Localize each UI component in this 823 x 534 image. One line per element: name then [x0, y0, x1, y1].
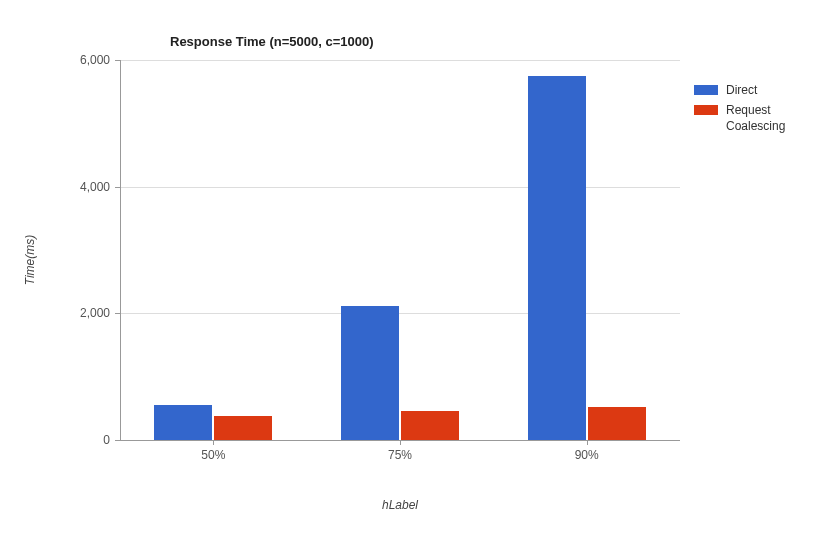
y-tick-label: 2,000: [80, 306, 110, 320]
y-tick-label: 6,000: [80, 53, 110, 67]
grid-line: [120, 313, 680, 314]
y-axis-label: Time(ms): [23, 235, 37, 286]
grid-line: [120, 187, 680, 188]
plot-area: 02,0004,0006,00050%75%90%: [120, 60, 680, 440]
x-tick-mark: [587, 440, 588, 445]
bar-coalescing: [401, 411, 459, 440]
legend-item-coalescing: Request Coalescing: [694, 102, 814, 134]
legend-item-direct: Direct: [694, 82, 814, 98]
bar-coalescing: [214, 416, 272, 440]
bar-coalescing: [588, 407, 646, 440]
x-tick-label: 90%: [575, 448, 599, 462]
bar-direct: [528, 76, 586, 440]
legend-swatch-direct: [694, 85, 718, 95]
bar-direct: [341, 306, 399, 440]
x-tick-mark: [213, 440, 214, 445]
legend-label-direct: Direct: [726, 82, 814, 98]
grid-line: [120, 60, 680, 61]
x-tick-label: 50%: [201, 448, 225, 462]
x-axis-label: hLabel: [382, 498, 418, 512]
y-tick-label: 4,000: [80, 180, 110, 194]
bar-direct: [154, 405, 212, 440]
y-tick-label: 0: [103, 433, 110, 447]
y-axis-line: [120, 60, 121, 440]
legend-swatch-coalescing: [694, 105, 718, 115]
chart-title: Response Time (n=5000, c=1000): [170, 34, 374, 49]
legend-label-coalescing: Request Coalescing: [726, 102, 814, 134]
x-tick-mark: [400, 440, 401, 445]
legend: Direct Request Coalescing: [694, 82, 814, 139]
chart-container: Response Time (n=5000, c=1000) Time(ms) …: [0, 0, 823, 534]
x-tick-label: 75%: [388, 448, 412, 462]
